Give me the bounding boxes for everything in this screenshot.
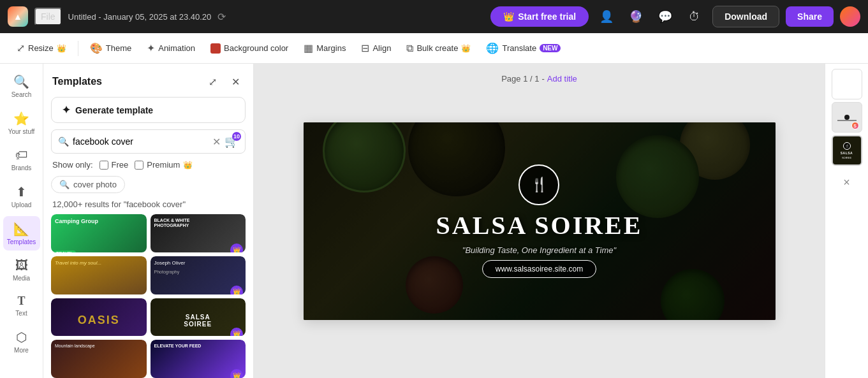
premium-badge-6: 👑	[230, 328, 243, 337]
animation-tool[interactable]: ✦ Animation	[140, 38, 202, 58]
canvas-tagline: "Building Taste, One Ingredient at a Tim…	[462, 245, 616, 255]
free-filter-checkbox[interactable]	[99, 161, 108, 170]
close-panel-button[interactable]: ✕	[226, 73, 244, 91]
sidebar-item-templates[interactable]: 📐 Templates	[3, 216, 40, 251]
present-icon[interactable]: 🔮	[624, 5, 647, 28]
template-search-bar: 🔍 ✕ 🛒 10	[51, 129, 246, 154]
theme-icon: 🎨	[90, 42, 103, 54]
new-badge: NEW	[540, 44, 561, 52]
more-icon: ⬡	[16, 330, 27, 345]
user-dot-icon: S	[851, 122, 859, 129]
start-trial-button[interactable]: 👑 Start free trial	[490, 6, 589, 27]
sidebar-item-text[interactable]: T Text	[3, 289, 40, 322]
thumb-brand-text: SALSA	[841, 151, 853, 155]
expand-panel-button[interactable]: ⤢	[203, 73, 221, 91]
search-bar-icon: 🔍	[58, 136, 69, 147]
templates-icon: 📐	[13, 221, 29, 236]
page-thumb-3[interactable]: 🍴 SALSA SOIREE	[832, 135, 862, 166]
canvas-brand-content: 🍴 SALSA SOIREE "Building Taste, One Ingr…	[436, 164, 643, 278]
search-icon: 🔍	[13, 74, 29, 89]
collaborators-icon[interactable]: 👤	[595, 5, 618, 28]
margins-icon: ▦	[304, 42, 313, 54]
canvas-brand-name: SALSA SOIREE	[436, 210, 643, 240]
template-card-6[interactable]: SALSASOIREE 👑	[151, 298, 246, 337]
comments-icon[interactable]: 💬	[654, 5, 677, 28]
template-card-8[interactable]: ELEVATE YOUR FEED 👑	[151, 340, 246, 378]
align-icon: ⊟	[361, 42, 369, 54]
template-search-input[interactable]	[73, 136, 209, 147]
theme-tool[interactable]: 🎨 Theme	[84, 38, 138, 58]
page-thumb-2[interactable]: S	[832, 102, 862, 133]
bg-color-swatch	[210, 43, 221, 54]
page-label: Page 1 / 1 - Add title	[501, 74, 577, 84]
resize-icon: ⤢	[17, 42, 25, 54]
add-title-link[interactable]: Add title	[547, 74, 577, 84]
sidebar-item-your-stuff[interactable]: ⭐ Your stuff	[3, 106, 40, 140]
template-card-2[interactable]: BLACK & WHITEPHOTOGRAPHY 👑	[151, 214, 246, 252]
panel-title: Templates	[52, 76, 102, 87]
app-logo[interactable]: ▲	[8, 6, 28, 27]
canvas-background: 🍴 SALSA SOIREE "Building Taste, One Ingr…	[304, 122, 776, 320]
main-content: 🔍 Search ⭐ Your stuff 🏷 Brands ⬆ Upload …	[0, 64, 868, 378]
templates-panel: Templates ⤢ ✕ ✦ Generate template 🔍 ✕ 🛒 …	[43, 64, 254, 378]
download-button[interactable]: Download	[712, 6, 779, 27]
sidebar-item-text-label: Text	[15, 310, 27, 317]
margins-tool[interactable]: ▦ Margins	[297, 38, 352, 58]
resize-crown-icon: 👑	[57, 44, 66, 53]
generate-template-button[interactable]: ✦ Generate template	[51, 97, 246, 123]
bg-color-tool[interactable]: Background color	[204, 40, 295, 57]
premium-filter-checkbox[interactable]	[135, 161, 143, 170]
premium-filter-label[interactable]: Premium 👑	[135, 160, 193, 170]
sidebar-item-your-stuff-label: Your stuff	[8, 128, 35, 135]
templates-grid: Camping Group TRAVEL BLACK & WHITEPHOTOG…	[43, 214, 253, 378]
sidebar-item-media-label: Media	[13, 275, 30, 282]
template-card-4[interactable]: Joseph Oliver Photography 👑	[151, 256, 246, 294]
sidebar-item-templates-label: Templates	[7, 238, 36, 245]
thumb-fork-icon: 🍴	[843, 142, 851, 150]
cart-button[interactable]: 🛒 10	[224, 134, 239, 149]
related-tag[interactable]: 🔍 cover photo	[51, 176, 125, 193]
resize-tool[interactable]: ⤢ Resize 👑	[10, 38, 73, 58]
show-only-label: Show only:	[52, 160, 93, 170]
share-button[interactable]: Share	[786, 6, 834, 27]
timer-icon[interactable]: ⏱	[683, 5, 706, 28]
sidebar-item-brands[interactable]: 🏷 Brands	[3, 143, 40, 177]
file-menu[interactable]: File	[34, 8, 62, 25]
search-icon-small: 🔍	[59, 180, 70, 189]
right-panel: S 🍴 SALSA SOIREE ×	[825, 64, 868, 378]
template-card-7[interactable]: Mountain landscape	[51, 340, 147, 378]
page-thumb-1[interactable]	[832, 69, 862, 99]
generate-template-icon: ✦	[62, 104, 70, 116]
sidebar-item-more[interactable]: ⬡ More	[3, 324, 40, 359]
translate-tool[interactable]: 🌐 Translate NEW	[480, 38, 567, 58]
canvas-logo: 🍴	[519, 164, 559, 205]
toolbar: ⤢ Resize 👑 🎨 Theme ✦ Animation Backgroun…	[0, 33, 868, 64]
canvas-frame[interactable]: 🍴 SALSA SOIREE "Building Taste, One Ingr…	[304, 122, 776, 320]
bulk-crown-icon: 👑	[461, 44, 471, 53]
left-sidebar: 🔍 Search ⭐ Your stuff 🏷 Brands ⬆ Upload …	[0, 64, 43, 378]
sidebar-item-media[interactable]: 🖼 Media	[3, 253, 40, 287]
topbar: ▲ File Untitled - January 05, 2025 at 23…	[0, 0, 868, 33]
sidebar-item-upload[interactable]: ⬆ Upload	[3, 179, 40, 214]
premium-badge-2: 👑	[230, 244, 243, 252]
cart-badge: 10	[232, 132, 241, 141]
premium-badge-8: 👑	[230, 369, 243, 378]
free-filter-label[interactable]: Free	[99, 160, 129, 170]
sidebar-item-upload-label: Upload	[11, 201, 32, 208]
search-clear-button[interactable]: ✕	[212, 136, 221, 148]
canvas-center: 🍴 SALSA SOIREE "Building Taste, One Ingr…	[304, 122, 776, 320]
user-avatar[interactable]	[840, 6, 860, 27]
thumb-line	[837, 120, 857, 121]
animation-icon: ✦	[147, 42, 155, 54]
template-card-3[interactable]: Travel into my soul...	[51, 256, 147, 294]
close-right-panel-button[interactable]: ×	[838, 173, 856, 191]
template-card-1[interactable]: Camping Group TRAVEL	[51, 214, 147, 252]
align-tool[interactable]: ⊟ Align	[355, 38, 397, 58]
crown-icon: 👑	[503, 11, 514, 22]
bulk-create-tool[interactable]: ⧉ Bulk create 👑	[400, 39, 477, 58]
sidebar-item-search[interactable]: 🔍 Search	[3, 69, 40, 103]
panel-header-icons: ⤢ ✕	[203, 73, 244, 91]
upload-icon: ⬆	[16, 184, 27, 200]
premium-badge-4: 👑	[230, 286, 243, 294]
template-card-5[interactable]: OASIS	[51, 298, 147, 337]
